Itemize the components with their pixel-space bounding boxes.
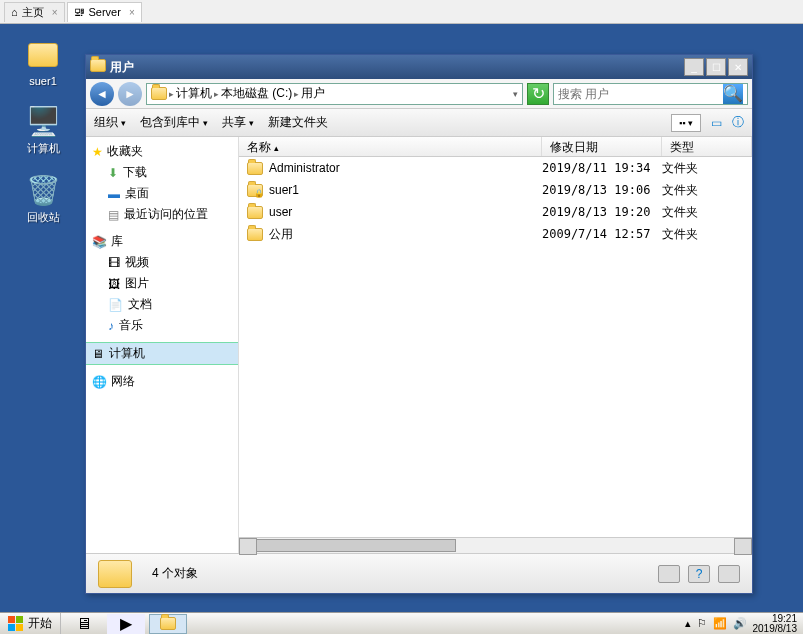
desktop-icons: suer1 🖥️ 计算机 🗑️ 回收站 [18, 39, 68, 225]
taskbar-powershell-icon[interactable]: ▶ [107, 614, 145, 634]
taskbar: 开始 🖥 ▶ ▴ ⚐ 📶 🔊 19:21 2019/8/13 [0, 612, 803, 634]
tray-action-icon[interactable]: ⚐ [697, 617, 707, 630]
desktop[interactable]: suer1 🖥️ 计算机 🗑️ 回收站 用户 _ ☐ ✕ ◄ ► ▸ [0, 24, 803, 612]
sidebar-item-downloads[interactable]: ⬇下载 [86, 162, 238, 183]
folder-icon [247, 206, 263, 219]
folder-icon [151, 87, 167, 100]
address-bar: ◄ ► ▸ 计算机 ▸ 本地磁盘 (C:) ▸ 用户 ▾ ↻ 🔍 [86, 79, 752, 109]
sidebar-item-network[interactable]: 🌐网络 [86, 371, 238, 392]
horizontal-scrollbar[interactable] [239, 537, 752, 553]
maximize-button[interactable]: ☐ [706, 58, 726, 76]
taskbar-server-icon[interactable]: 🖥 [65, 614, 103, 634]
start-button[interactable]: 开始 [0, 613, 61, 635]
breadcrumb-item[interactable]: 计算机 [176, 85, 212, 102]
new-folder-button[interactable]: 新建文件夹 [268, 114, 328, 131]
breadcrumb-item[interactable]: 本地磁盘 (C:) [221, 85, 292, 102]
sidebar-item-recent[interactable]: ▤最近访问的位置 [86, 204, 238, 225]
sidebar-item-computer[interactable]: 🖥计算机 [86, 342, 238, 365]
explorer-window: 用户 _ ☐ ✕ ◄ ► ▸ 计算机 ▸ 本地磁盘 (C:) ▸ 用户 ▾ ↻ [85, 54, 753, 594]
sidebar-libraries[interactable]: 📚库 [86, 231, 238, 252]
folder-icon: 🔒 [247, 184, 263, 197]
tab-server[interactable]: 🖳 Server × [67, 2, 142, 22]
search-icon[interactable]: 🔍 [723, 84, 743, 104]
sidebar-favorites[interactable]: ★收藏夹 [86, 141, 238, 162]
windows-icon [8, 616, 24, 632]
desktop-icon-recycle[interactable]: 🗑️ 回收站 [18, 174, 68, 225]
column-type[interactable]: 类型 [662, 137, 752, 156]
sidebar-item-video[interactable]: 🎞视频 [86, 252, 238, 273]
column-headers: 名称 ▴ 修改日期 类型 [239, 137, 752, 157]
column-name[interactable]: 名称 ▴ [239, 137, 542, 156]
table-row[interactable]: 公用 2009/7/14 12:57 文件夹 [239, 223, 752, 245]
tray-volume-icon[interactable]: 🔊 [733, 617, 747, 630]
toolbar: 组织 ▾ 包含到库中 ▾ 共享 ▾ 新建文件夹 ▪▪ ▾ ▭ ⓘ [86, 109, 752, 137]
forward-button[interactable]: ► [118, 82, 142, 106]
close-icon[interactable]: × [129, 7, 135, 18]
sidebar-item-music[interactable]: ♪音乐 [86, 315, 238, 336]
desktop-icon-computer[interactable]: 🖥️ 计算机 [18, 105, 68, 156]
include-menu[interactable]: 包含到库中 ▾ [140, 114, 208, 131]
table-row[interactable]: Administrator 2019/8/11 19:34 文件夹 [239, 157, 752, 179]
view-mode-button[interactable]: ▪▪ ▾ [671, 114, 701, 132]
server-icon: 🖳 [74, 6, 85, 18]
organize-menu[interactable]: 组织 ▾ [94, 114, 126, 131]
svg-rect-2 [8, 624, 15, 631]
minimize-button[interactable]: _ [684, 58, 704, 76]
folder-icon [247, 228, 263, 241]
tab-label: 主页 [22, 5, 44, 20]
close-icon[interactable]: × [52, 7, 58, 18]
preview-pane-icon[interactable]: ▭ [711, 116, 722, 130]
folder-icon [90, 59, 106, 72]
title-bar[interactable]: 用户 _ ☐ ✕ [86, 55, 752, 79]
status-text: 4 个对象 [152, 565, 198, 582]
breadcrumb[interactable]: ▸ 计算机 ▸ 本地磁盘 (C:) ▸ 用户 ▾ [146, 83, 523, 105]
svg-rect-0 [8, 616, 15, 623]
clock[interactable]: 19:21 2019/8/13 [753, 614, 798, 634]
tray-chevron-icon[interactable]: ▴ [685, 617, 691, 630]
help-icon[interactable]: ? [688, 565, 710, 583]
help-icon[interactable]: ⓘ [732, 114, 744, 131]
sidebar: ★收藏夹 ⬇下载 ▬桌面 ▤最近访问的位置 📚库 🎞视频 🖼图片 📄文档 ♪音乐… [86, 137, 239, 553]
window-title: 用户 [110, 59, 684, 76]
system-tray: ▴ ⚐ 📶 🔊 19:21 2019/8/13 [679, 614, 804, 634]
status-bar: 4 个对象 ? [86, 553, 752, 593]
tab-home[interactable]: ⌂ 主页 × [4, 2, 65, 22]
tab-label: Server [89, 6, 121, 18]
back-button[interactable]: ◄ [90, 82, 114, 106]
refresh-button[interactable]: ↻ [527, 83, 549, 105]
file-list[interactable]: Administrator 2019/8/11 19:34 文件夹 🔒suer1… [239, 157, 752, 537]
corner-icon[interactable] [718, 565, 740, 583]
table-row[interactable]: user 2019/8/13 19:20 文件夹 [239, 201, 752, 223]
svg-rect-1 [16, 616, 23, 623]
column-date[interactable]: 修改日期 [542, 137, 662, 156]
taskbar-explorer-icon[interactable] [149, 614, 187, 634]
desktop-icon-user[interactable]: suer1 [18, 39, 68, 87]
browser-tab-bar: ⌂ 主页 × 🖳 Server × [0, 0, 803, 24]
table-row[interactable]: 🔒suer1 2019/8/13 19:06 文件夹 [239, 179, 752, 201]
close-button[interactable]: ✕ [728, 58, 748, 76]
sidebar-item-pictures[interactable]: 🖼图片 [86, 273, 238, 294]
keyboard-icon[interactable] [658, 565, 680, 583]
folder-icon [247, 162, 263, 175]
svg-rect-3 [16, 624, 23, 631]
share-menu[interactable]: 共享 ▾ [222, 114, 254, 131]
home-icon: ⌂ [11, 6, 18, 18]
search-box[interactable]: 🔍 [553, 83, 748, 105]
search-input[interactable] [558, 87, 723, 101]
tray-network-icon[interactable]: 📶 [713, 617, 727, 630]
sidebar-item-documents[interactable]: 📄文档 [86, 294, 238, 315]
breadcrumb-item[interactable]: 用户 [301, 85, 325, 102]
sidebar-item-desktop[interactable]: ▬桌面 [86, 183, 238, 204]
file-list-pane: 名称 ▴ 修改日期 类型 Administrator 2019/8/11 19:… [239, 137, 752, 553]
folder-icon [98, 560, 132, 588]
